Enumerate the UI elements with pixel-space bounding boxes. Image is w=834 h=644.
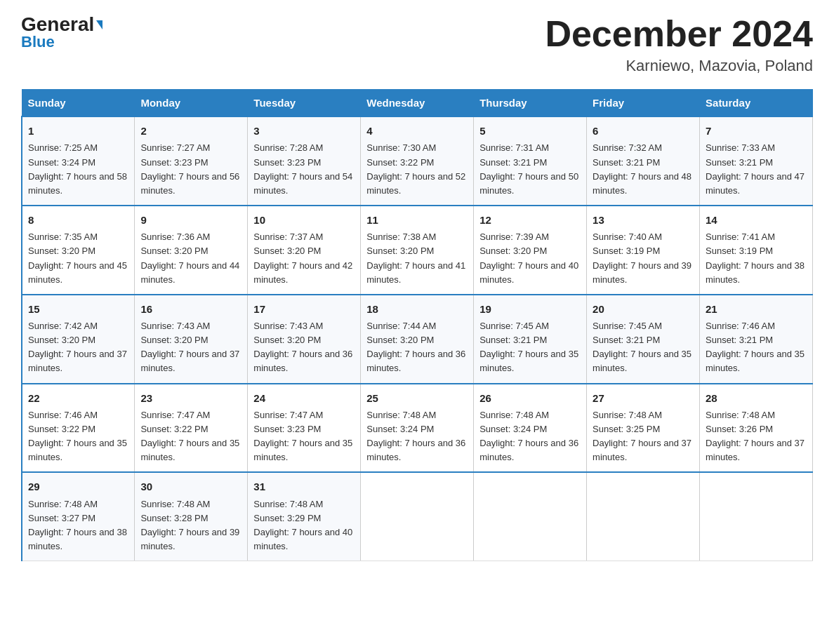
day-number: 28 [706, 390, 807, 406]
calendar-cell: 20Sunrise: 7:45 AMSunset: 3:21 PMDayligh… [587, 295, 700, 384]
day-daylight: Daylight: 7 hours and 35 minutes. [140, 438, 239, 462]
day-sunset: Sunset: 3:24 PM [366, 424, 434, 434]
calendar-cell: 10Sunrise: 7:37 AMSunset: 3:20 PMDayligh… [248, 206, 361, 295]
calendar-cell: 17Sunrise: 7:43 AMSunset: 3:20 PMDayligh… [248, 295, 361, 384]
day-number: 14 [706, 212, 807, 228]
day-sunset: Sunset: 3:20 PM [366, 335, 434, 345]
calendar-week-row: 8Sunrise: 7:35 AMSunset: 3:20 PMDaylight… [22, 206, 813, 295]
calendar-week-row: 1Sunrise: 7:25 AMSunset: 3:24 PMDaylight… [22, 116, 813, 206]
weekday-header-monday: Monday [135, 90, 248, 117]
calendar-cell: 1Sunrise: 7:25 AMSunset: 3:24 PMDaylight… [22, 116, 135, 206]
day-daylight: Daylight: 7 hours and 40 minutes. [479, 260, 578, 285]
day-daylight: Daylight: 7 hours and 36 minutes. [479, 438, 578, 462]
day-daylight: Daylight: 7 hours and 35 minutes. [479, 349, 578, 373]
weekday-header-tuesday: Tuesday [248, 90, 361, 117]
weekday-header-saturday: Saturday [700, 90, 813, 117]
day-daylight: Daylight: 7 hours and 45 minutes. [28, 260, 127, 285]
day-sunrise: Sunrise: 7:25 AM [28, 142, 98, 153]
page-header: General Blue December 2024 Karniewo, Maz… [21, 14, 813, 75]
day-sunrise: Sunrise: 7:30 AM [366, 142, 436, 153]
day-number: 1 [28, 123, 128, 139]
day-daylight: Daylight: 7 hours and 38 minutes. [706, 260, 805, 285]
day-sunrise: Sunrise: 7:31 AM [479, 142, 549, 153]
calendar-cell: 18Sunrise: 7:44 AMSunset: 3:20 PMDayligh… [361, 295, 474, 384]
day-sunrise: Sunrise: 7:28 AM [253, 142, 323, 153]
day-daylight: Daylight: 7 hours and 58 minutes. [28, 171, 127, 196]
calendar-cell: 21Sunrise: 7:46 AMSunset: 3:21 PMDayligh… [700, 295, 813, 384]
logo-sub-text: Blue [21, 33, 55, 51]
calendar-cell: 7Sunrise: 7:33 AMSunset: 3:21 PMDaylight… [700, 116, 813, 206]
day-sunrise: Sunrise: 7:48 AM [593, 410, 662, 420]
day-sunset: Sunset: 3:23 PM [253, 157, 321, 168]
day-daylight: Daylight: 7 hours and 41 minutes. [366, 260, 465, 285]
calendar-cell: 22Sunrise: 7:46 AMSunset: 3:22 PMDayligh… [22, 384, 135, 473]
day-daylight: Daylight: 7 hours and 36 minutes. [366, 349, 465, 373]
day-number: 15 [28, 301, 128, 317]
day-number: 30 [140, 478, 241, 495]
day-daylight: Daylight: 7 hours and 37 minutes. [28, 349, 127, 373]
day-sunrise: Sunrise: 7:45 AM [593, 321, 662, 331]
day-number: 19 [479, 301, 581, 317]
day-daylight: Daylight: 7 hours and 44 minutes. [140, 260, 239, 285]
calendar-cell: 14Sunrise: 7:41 AMSunset: 3:19 PMDayligh… [700, 206, 813, 295]
weekday-header-wednesday: Wednesday [361, 90, 474, 117]
day-sunset: Sunset: 3:23 PM [140, 157, 208, 168]
day-sunrise: Sunrise: 7:42 AM [28, 321, 98, 331]
day-daylight: Daylight: 7 hours and 38 minutes. [28, 527, 127, 551]
day-daylight: Daylight: 7 hours and 37 minutes. [593, 438, 691, 462]
calendar-week-row: 29Sunrise: 7:48 AMSunset: 3:27 PMDayligh… [22, 472, 813, 561]
day-daylight: Daylight: 7 hours and 52 minutes. [366, 171, 465, 196]
day-number: 7 [706, 123, 807, 139]
day-sunrise: Sunrise: 7:40 AM [593, 232, 662, 242]
day-sunset: Sunset: 3:19 PM [593, 246, 660, 256]
calendar-cell [361, 472, 474, 561]
day-sunset: Sunset: 3:20 PM [28, 246, 95, 256]
day-sunset: Sunset: 3:29 PM [253, 513, 321, 523]
calendar-cell: 12Sunrise: 7:39 AMSunset: 3:20 PMDayligh… [474, 206, 587, 295]
day-sunrise: Sunrise: 7:48 AM [140, 499, 210, 509]
day-number: 27 [593, 390, 694, 406]
day-daylight: Daylight: 7 hours and 37 minutes. [140, 349, 239, 373]
day-sunset: Sunset: 3:20 PM [253, 335, 321, 345]
day-number: 9 [140, 212, 241, 228]
calendar-cell: 23Sunrise: 7:47 AMSunset: 3:22 PMDayligh… [135, 384, 248, 473]
day-daylight: Daylight: 7 hours and 54 minutes. [253, 171, 352, 196]
day-daylight: Daylight: 7 hours and 35 minutes. [706, 349, 805, 373]
day-sunrise: Sunrise: 7:38 AM [366, 232, 436, 242]
day-sunset: Sunset: 3:28 PM [140, 513, 208, 523]
day-sunset: Sunset: 3:25 PM [593, 424, 660, 434]
day-number: 10 [253, 212, 355, 228]
calendar-cell: 26Sunrise: 7:48 AMSunset: 3:24 PMDayligh… [474, 384, 587, 473]
day-number: 22 [28, 390, 128, 406]
calendar-cell: 15Sunrise: 7:42 AMSunset: 3:20 PMDayligh… [22, 295, 135, 384]
day-sunset: Sunset: 3:21 PM [479, 335, 547, 345]
location-title: Karniewo, Mazovia, Poland [545, 57, 813, 75]
day-daylight: Daylight: 7 hours and 39 minutes. [593, 260, 691, 285]
calendar-cell: 8Sunrise: 7:35 AMSunset: 3:20 PMDaylight… [22, 206, 135, 295]
day-sunrise: Sunrise: 7:39 AM [479, 232, 549, 242]
day-sunrise: Sunrise: 7:33 AM [706, 142, 775, 153]
calendar-cell: 9Sunrise: 7:36 AMSunset: 3:20 PMDaylight… [135, 206, 248, 295]
day-daylight: Daylight: 7 hours and 37 minutes. [706, 438, 805, 462]
day-number: 4 [366, 123, 468, 139]
day-daylight: Daylight: 7 hours and 50 minutes. [479, 171, 578, 196]
day-number: 31 [253, 478, 355, 495]
day-sunrise: Sunrise: 7:48 AM [479, 410, 549, 420]
day-sunset: Sunset: 3:26 PM [706, 424, 773, 434]
logo: General Blue [21, 14, 102, 51]
day-number: 3 [253, 123, 355, 139]
calendar-cell: 11Sunrise: 7:38 AMSunset: 3:20 PMDayligh… [361, 206, 474, 295]
day-sunset: Sunset: 3:24 PM [28, 157, 95, 168]
day-sunrise: Sunrise: 7:36 AM [140, 232, 210, 242]
day-sunrise: Sunrise: 7:47 AM [140, 410, 210, 420]
day-number: 5 [479, 123, 581, 139]
day-sunset: Sunset: 3:21 PM [479, 157, 547, 168]
day-daylight: Daylight: 7 hours and 39 minutes. [140, 527, 239, 551]
calendar-cell: 4Sunrise: 7:30 AMSunset: 3:22 PMDaylight… [361, 116, 474, 206]
calendar-cell: 30Sunrise: 7:48 AMSunset: 3:28 PMDayligh… [135, 472, 248, 561]
calendar-cell: 3Sunrise: 7:28 AMSunset: 3:23 PMDaylight… [248, 116, 361, 206]
day-daylight: Daylight: 7 hours and 35 minutes. [28, 438, 127, 462]
calendar-week-row: 22Sunrise: 7:46 AMSunset: 3:22 PMDayligh… [22, 384, 813, 473]
day-sunset: Sunset: 3:20 PM [28, 335, 95, 345]
calendar-cell: 5Sunrise: 7:31 AMSunset: 3:21 PMDaylight… [474, 116, 587, 206]
